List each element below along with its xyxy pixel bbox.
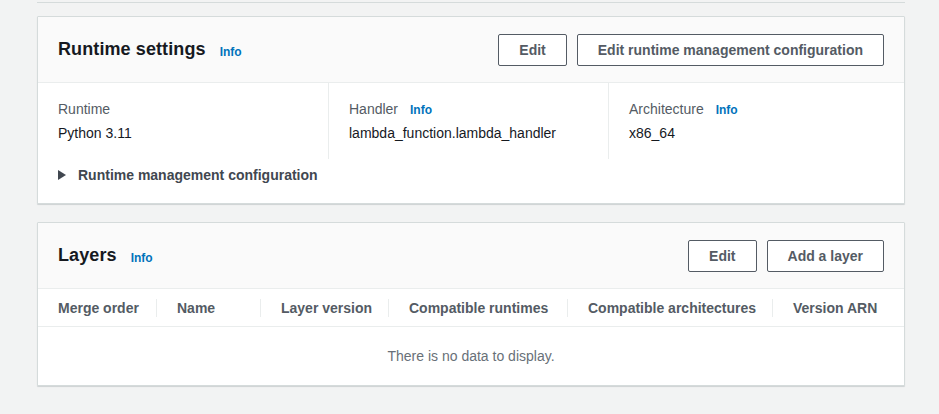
- layers-table-empty-state: There is no data to display.: [38, 327, 904, 385]
- runtime-management-configuration-expander-label: Runtime management configuration: [78, 167, 318, 183]
- column-header-compatible-architectures: Compatible architectures: [568, 300, 772, 316]
- add-a-layer-button[interactable]: Add a layer: [767, 240, 884, 272]
- runtime-settings-panel: Runtime settings Info Edit Edit runtime …: [37, 16, 905, 204]
- runtime-field-label: Runtime: [58, 101, 110, 117]
- handler-field: Handler Info lambda_function.lambda_hand…: [328, 83, 608, 159]
- edit-runtime-management-configuration-button[interactable]: Edit runtime management configuration: [577, 34, 884, 66]
- layers-title: Layers: [58, 245, 117, 266]
- architecture-field-label: Architecture: [629, 101, 704, 117]
- handler-info-link[interactable]: Info: [410, 103, 432, 117]
- edit-runtime-settings-button[interactable]: Edit: [498, 34, 566, 66]
- runtime-field-value: Python 3.11: [58, 125, 308, 141]
- empty-state-message: There is no data to display.: [387, 348, 554, 364]
- architecture-info-link[interactable]: Info: [716, 103, 738, 117]
- column-header-merge-order: Merge order: [38, 300, 156, 316]
- column-header-layer-version: Layer version: [261, 300, 388, 316]
- layers-table-header: Merge order Name Layer version Compatibl…: [38, 289, 904, 327]
- runtime-settings-info-link[interactable]: Info: [220, 45, 242, 59]
- runtime-settings-title: Runtime settings: [58, 39, 206, 60]
- layers-actions: Edit Add a layer: [688, 240, 884, 272]
- runtime-management-configuration-expander[interactable]: Runtime management configuration: [38, 159, 904, 203]
- column-header-name: Name: [157, 300, 260, 316]
- runtime-settings-header: Runtime settings Info Edit Edit runtime …: [38, 17, 904, 83]
- layers-header: Layers Info Edit Add a layer: [38, 223, 904, 289]
- runtime-settings-actions: Edit Edit runtime management configurati…: [498, 34, 884, 66]
- layers-info-link[interactable]: Info: [131, 251, 153, 265]
- handler-field-value: lambda_function.lambda_handler: [349, 125, 588, 141]
- column-header-compatible-runtimes: Compatible runtimes: [389, 300, 567, 316]
- handler-field-label: Handler: [349, 101, 398, 117]
- runtime-field: Runtime Python 3.11: [38, 83, 328, 159]
- previous-section-divider: [37, 2, 905, 3]
- runtime-settings-fields: Runtime Python 3.11 Handler Info lambda_…: [38, 83, 904, 159]
- caret-right-icon: [58, 170, 66, 180]
- layers-panel: Layers Info Edit Add a layer Merge order…: [37, 222, 905, 386]
- edit-layers-button[interactable]: Edit: [688, 240, 756, 272]
- architecture-field-value: x86_64: [629, 125, 884, 141]
- column-header-version-arn: Version ARN: [773, 300, 904, 316]
- architecture-field: Architecture Info x86_64: [608, 83, 904, 159]
